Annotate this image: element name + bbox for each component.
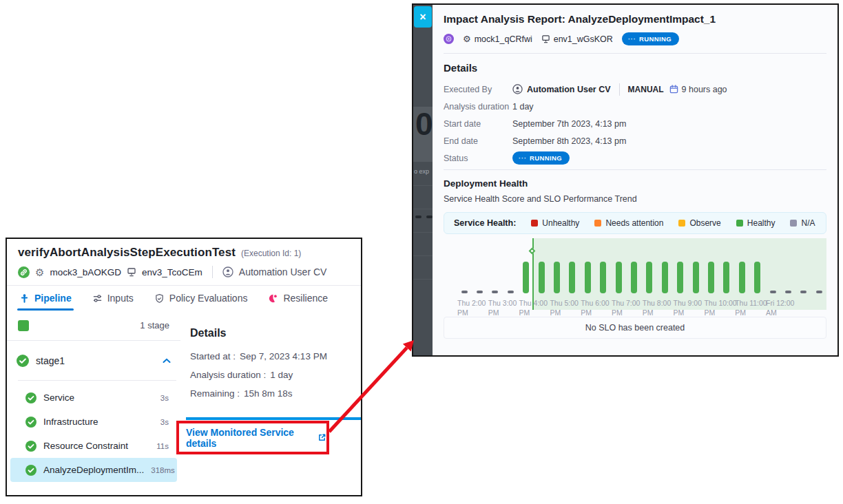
step-row-infrastructure[interactable]: Infrastructure 3s: [10, 410, 177, 434]
monitored-service-icon: [444, 34, 454, 44]
stage-count: 1 stage: [140, 320, 169, 330]
slo-empty-state: No SLO has been created: [444, 317, 826, 339]
step-name: AnalyzeDeploymentIm...: [43, 465, 144, 475]
view-monitored-service-link[interactable]: View Monitored Service details: [186, 427, 326, 449]
tab-pipeline[interactable]: Pipeline: [19, 286, 72, 311]
tab-resilience-label: Resilience: [283, 293, 328, 304]
check-circle-icon: [25, 441, 37, 452]
modal-details-title: Details: [444, 62, 826, 74]
user-avatar-icon: [512, 84, 523, 94]
health-bar-healthy: [585, 262, 591, 293]
environment-name: env1_wGsKOR: [554, 34, 613, 44]
divider: [413, 185, 433, 186]
health-bar-na: [816, 291, 822, 293]
environment-icon: [127, 267, 136, 277]
x-axis-label: Thu 7:00PM: [612, 298, 640, 317]
executed-by-user: Automation User CV: [239, 266, 327, 277]
tab-inputs[interactable]: Inputs: [92, 286, 134, 311]
x-axis-label: Thu 6:00PM: [581, 298, 609, 317]
divider: [413, 232, 433, 233]
step-name: Service: [43, 392, 74, 403]
stage-status-square: [18, 320, 29, 331]
step-row-analyze-deployment-impact[interactable]: AnalyzeDeploymentIm... 318ms: [10, 458, 177, 482]
user-avatar-icon: [222, 266, 233, 277]
dimmed-background-page: × 0 o exp: [413, 5, 433, 355]
health-chart[interactable]: Thu 2:00PMThu 3:00PMThu 4:00PMThu 5:00PM…: [444, 238, 826, 315]
pipeline-body: 1 stage stage1 Service 3s: [7, 311, 361, 495]
detail-started-at: Started at :Sep 7, 2023 4:13 PM: [190, 351, 350, 361]
tab-inputs-label: Inputs: [107, 293, 134, 304]
calendar-icon: [669, 85, 678, 94]
tab-pipeline-label: Pipeline: [34, 293, 72, 304]
check-circle-icon: [25, 417, 37, 428]
status-badge: ··· RUNNING: [622, 32, 679, 45]
health-bar-na: [477, 291, 483, 293]
service-gear-icon: ⚙: [463, 34, 471, 43]
shield-check-icon: [154, 293, 165, 304]
step-row-resource-constraint[interactable]: Resource Constraint 11s: [10, 434, 177, 458]
health-bar-na: [461, 291, 468, 293]
external-link-icon: [318, 433, 326, 442]
health-bar-healthy: [554, 262, 560, 293]
check-circle-icon: [17, 355, 29, 367]
execution-title: verifyAbortAnalysisStepExecutionTest: [18, 246, 236, 260]
divider: [413, 209, 433, 209]
execution-card-header: verifyAbortAnalysisStepExecutionTest (Ex…: [7, 239, 361, 285]
step-duration: 318ms: [151, 466, 175, 474]
step-duration: 3s: [160, 394, 169, 402]
close-button[interactable]: ×: [414, 6, 432, 28]
step-row-service[interactable]: Service 3s: [10, 386, 177, 410]
report-title: Impact Analysis Report: AnalyzeDeploymen…: [444, 13, 826, 25]
impact-analysis-modal: × 0 o exp Impact Analysis Report: Analyz…: [412, 3, 839, 357]
trigger-type: MANUAL: [628, 85, 664, 94]
health-bar-healthy: [616, 262, 622, 293]
background-partial-text: o exp: [414, 168, 429, 175]
step-duration: 11s: [156, 442, 169, 450]
legend-swatch: [736, 220, 743, 227]
health-bar-healthy: [754, 262, 760, 293]
deployment-link-icon: [18, 266, 30, 278]
x-axis-label: Thu 8:00PM: [643, 298, 671, 317]
divider: [413, 255, 433, 256]
tab-policy-evaluations-label: Policy Evaluations: [169, 293, 248, 304]
x-axis-label: Thu 11:00PM: [735, 298, 767, 317]
background-dashes: [415, 216, 433, 218]
x-axis-label: Thu 9:00PM: [674, 298, 702, 317]
divider: [444, 169, 826, 170]
health-bar-na: [800, 291, 806, 293]
health-bar-healthy: [677, 262, 683, 293]
stage-panel: 1 stage stage1 Service 3s: [7, 311, 180, 495]
analysis-progress-bar: [186, 417, 361, 420]
deployment-health-subtitle: Service Health Score and SLO Performance…: [444, 194, 826, 204]
health-bar-na: [508, 291, 514, 293]
legend-item-needs-attention: Needs attention: [594, 218, 663, 228]
executed-time-ago: 9 hours ago: [682, 85, 727, 94]
health-bar-healthy: [723, 262, 729, 293]
health-bar-healthy: [739, 262, 745, 293]
legend-item-unhealthy: Unhealthy: [531, 218, 579, 228]
execution-card: verifyAbortAnalysisStepExecutionTest (Ex…: [6, 238, 362, 496]
detail-analysis-duration: Analysis duration :1 day: [190, 370, 350, 380]
tab-resilience[interactable]: Resilience: [268, 286, 328, 311]
legend-item-healthy: Healthy: [736, 218, 776, 228]
stage-row-stage1[interactable]: stage1: [7, 341, 180, 380]
legend-swatch: [531, 220, 538, 227]
annotation-highlight-box: View Monitored Service details: [176, 421, 329, 454]
divider: [413, 279, 433, 280]
tab-policy-evaluations[interactable]: Policy Evaluations: [154, 286, 248, 311]
x-axis-label: Thu 3:00PM: [488, 298, 517, 317]
legend-swatch: [790, 220, 797, 227]
health-bar-healthy: [569, 262, 575, 293]
execution-id: (Execution Id: 1): [241, 249, 301, 258]
health-bar-na: [785, 291, 791, 293]
divider: [444, 53, 826, 54]
health-bar-healthy: [708, 262, 714, 293]
check-circle-icon: [25, 465, 37, 476]
legend-swatch: [594, 220, 601, 227]
detail-row-status: Status ··· RUNNING: [444, 149, 826, 167]
tab-bar: Pipeline Inputs Policy Evaluations Resil…: [7, 285, 361, 311]
health-bar-healthy: [646, 262, 652, 293]
resilience-icon: [268, 293, 278, 304]
details-title: Details: [190, 327, 350, 339]
chevron-up-icon[interactable]: [163, 358, 171, 364]
